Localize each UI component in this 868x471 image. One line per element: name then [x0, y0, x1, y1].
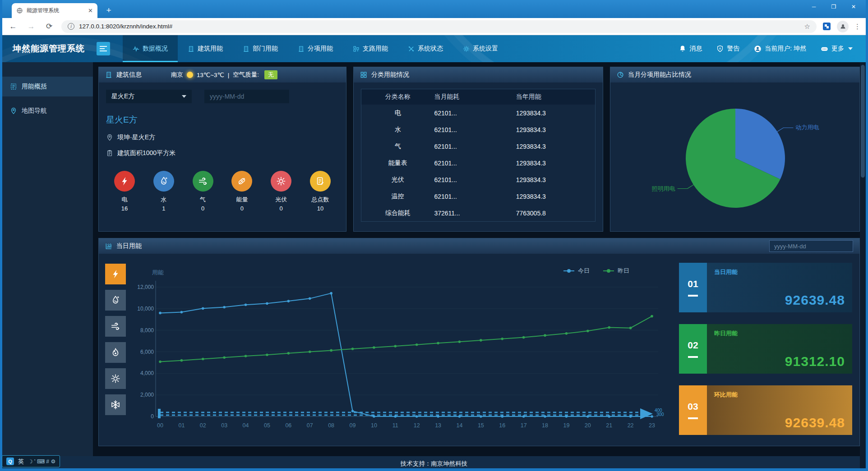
nav-right-shieldbolt[interactable]: 警告 [716, 45, 739, 53]
mode-drop-button[interactable] [105, 290, 126, 311]
table-row: 电62101...1293834.3 [361, 105, 595, 121]
extension-icon[interactable] [823, 23, 831, 30]
svg-text:今日: 今日 [578, 267, 590, 274]
building-name: 星火E方 [106, 114, 339, 126]
meter-value: 10 [317, 205, 323, 212]
mode-sun-button[interactable] [105, 368, 126, 389]
sidebar-item-label: 用能概括 [22, 82, 47, 91]
sidebar: 用能概括地图导航 [0, 62, 93, 456]
nav-right-more[interactable]: 更多 [821, 45, 853, 53]
mode-flame-button[interactable] [105, 342, 126, 363]
browser-toolbar: ← → ⟳ i 127.0.0.1:8020/krznnh/index.html… [0, 18, 868, 35]
bookmark-star-icon[interactable]: ☆ [804, 23, 810, 31]
svg-text:用能: 用能 [152, 269, 164, 276]
stat-card-label: 当日用能 [714, 268, 738, 276]
column-header: 分类名称 [361, 93, 431, 101]
stat-card-body: 当日用能92639.48 [707, 263, 852, 312]
pie-chart: 动力用电照明用电 [610, 82, 859, 231]
capsule-icon [231, 171, 252, 192]
pin-icon [10, 107, 17, 114]
ime-app-icon[interactable]: Q [6, 457, 14, 465]
hamburger-menu-icon[interactable] [97, 42, 110, 55]
svg-text:05: 05 [264, 422, 270, 429]
ime-language-indicator[interactable]: 英 [18, 457, 24, 466]
sidebar-item-用能概括[interactable]: 用能概括 [0, 77, 93, 96]
table-cell: 1293834.3 [513, 126, 595, 133]
tab-close-icon[interactable]: ✕ [88, 7, 93, 14]
meter-value: 0 [201, 205, 204, 212]
table-row: 综合能耗372611...7763005.8 [361, 205, 595, 221]
nav-item-label: 支路用能 [363, 45, 388, 53]
pulse-icon [133, 46, 139, 52]
pie-panel-title: 当月分项用能占比情况 [628, 71, 691, 79]
meter-label: 电 [122, 196, 128, 204]
nav-right-label: 当前用户: 坤然 [765, 45, 806, 53]
mode-snow-button[interactable] [105, 394, 126, 415]
card-number: 02 [688, 340, 698, 351]
mode-bolt-button[interactable] [105, 264, 126, 284]
language-bar[interactable]: Q 英 ☽ ' ⌨ # ⚙ [2, 455, 60, 467]
sun-icon [271, 171, 291, 192]
building-date-input[interactable] [204, 90, 289, 103]
sidebar-item-地图导航[interactable]: 地图导航 [0, 101, 93, 121]
new-tab-button[interactable]: + [103, 5, 115, 17]
user-icon [840, 23, 846, 30]
nav-item-分项用能[interactable]: 分项用能 [288, 35, 343, 62]
category-energy-table: 分类名称当月能耗当年用能电62101...1293834.3水62101...1… [361, 89, 596, 222]
energy-mode-buttons [105, 264, 126, 415]
building-info-panel: 建筑信息 南京 13℃~3℃ | 空气质量: 无 星火E方 星火E方 垠坤·星火… [98, 67, 346, 232]
daily-energy-title: 当日用能 [116, 242, 142, 250]
browser-tab[interactable]: 能源管理系统 ✕ [12, 3, 97, 18]
svg-text:10: 10 [371, 422, 377, 429]
nav-item-系统状态[interactable]: 系统状态 [398, 35, 453, 62]
daily-date-input[interactable] [769, 240, 853, 252]
table-cell: 372611... [431, 210, 513, 217]
nav-right-label: 消息 [689, 45, 702, 53]
page-scrollbar[interactable] [860, 62, 866, 468]
profile-avatar[interactable] [837, 21, 849, 32]
browser-menu-icon[interactable]: ⋮ [854, 23, 861, 31]
svg-text:2,000: 2,000 [140, 392, 154, 398]
table-cell: 电 [361, 109, 431, 117]
nav-item-建筑用能[interactable]: 建筑用能 [178, 35, 233, 62]
nav-item-部门用能[interactable]: 部门用能 [233, 35, 288, 62]
nav-right-bell[interactable]: 消息 [679, 45, 702, 53]
maximize-button[interactable]: ❐ [824, 0, 844, 14]
building-area: 建筑面积1000平方米 [117, 149, 175, 157]
table-cell: 能量表 [361, 159, 431, 167]
branch-icon [353, 46, 360, 52]
scrollbar-thumb[interactable] [861, 65, 865, 178]
window-controls: ─ ❐ ✕ [804, 0, 863, 14]
building-info-title: 建筑信息 [116, 71, 142, 79]
doc-icon [310, 171, 331, 192]
ime-extra-icons[interactable]: ☽ ' ⌨ # ⚙ [28, 458, 55, 465]
legend-item[interactable]: 昨日 [603, 267, 629, 274]
nav-item-系统设置[interactable]: 系统设置 [453, 35, 508, 62]
svg-text:19: 19 [563, 422, 569, 429]
nav-item-支路用能[interactable]: 支路用能 [343, 35, 398, 62]
nav-right-user[interactable]: 当前用户: 坤然 [754, 45, 806, 53]
svg-text:01: 01 [178, 422, 185, 429]
back-icon[interactable]: ← [8, 22, 18, 31]
meter-summary: 电16水1气0能量0光伏0总点数10 [111, 171, 334, 212]
table-cell: 温控 [361, 192, 431, 201]
svg-text:0: 0 [151, 413, 154, 420]
close-button[interactable]: ✕ [844, 0, 863, 14]
building-select[interactable]: 星火E方 [106, 90, 192, 103]
nav-item-数据概况[interactable]: 数据概况 [123, 35, 178, 62]
weather-strip: 南京 13℃~3℃ | 空气质量: 无 [171, 70, 277, 79]
forward-icon[interactable]: → [26, 22, 36, 31]
minimize-button[interactable]: ─ [804, 0, 824, 14]
nav-right-menu: 消息警告当前用户: 坤然更多 [679, 45, 853, 53]
drop-icon [153, 171, 174, 192]
legend-item[interactable]: 今日 [563, 267, 590, 274]
site-info-icon[interactable]: i [68, 23, 74, 30]
mode-wind-button[interactable] [105, 316, 126, 337]
user-icon [754, 45, 762, 53]
reload-icon[interactable]: ⟳ [44, 22, 54, 31]
url-bar[interactable]: i 127.0.0.1:8020/krznnh/index.html# ☆ [61, 20, 817, 33]
table-cell: 62101... [431, 193, 513, 200]
column-header: 当月能耗 [431, 93, 513, 101]
url-text[interactable]: 127.0.0.1:8020/krznnh/index.html# [79, 23, 804, 30]
table-cell: 气 [361, 142, 431, 151]
